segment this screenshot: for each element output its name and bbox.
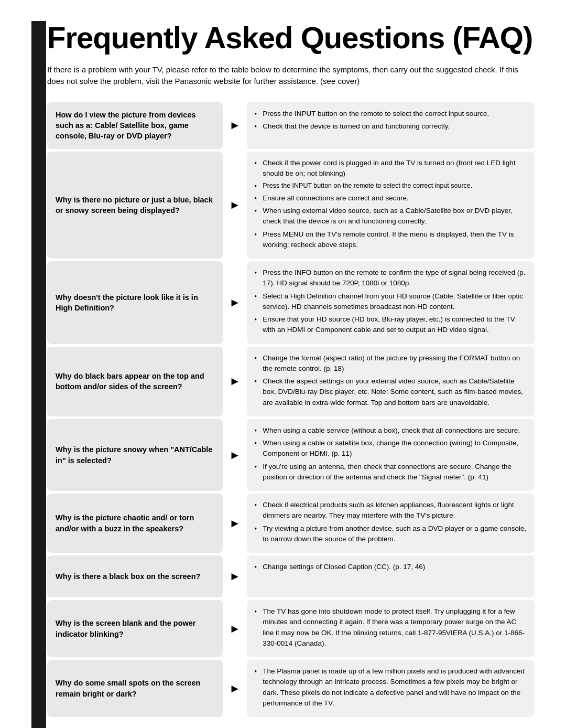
list-item: The TV has gone into shutdown mode to pr… — [254, 606, 527, 649]
faq-row: Why is the picture chaotic and/ or torn … — [47, 494, 535, 553]
list-item: Press the INPUT button on the remote to … — [254, 181, 527, 191]
faq-arrow-icon: ► — [223, 419, 247, 491]
list-item: Change the format (aspect ratio) of the … — [254, 353, 527, 374]
list-item: When using external video source, such a… — [254, 206, 527, 227]
faq-row: How do I view the picture from devices s… — [47, 102, 535, 149]
list-item: Select a High Definition channel from yo… — [254, 291, 527, 313]
list-item: Check if the power cord is plugged in an… — [254, 158, 527, 179]
faq-question: Why is there no picture or just a blue, … — [47, 152, 223, 259]
list-item: Check that the device is turned on and f… — [254, 121, 527, 132]
faq-question: Why do black bars appear on the top and … — [47, 347, 223, 416]
left-bar — [31, 21, 46, 728]
faq-arrow-icon: ► — [223, 102, 247, 149]
faq-answers: Change settings of Closed Caption (CC). … — [247, 555, 535, 597]
faq-arrow-icon: ► — [223, 152, 247, 259]
faq-question: Why is there a black box on the screen? — [47, 555, 223, 597]
faq-container: How do I view the picture from devices s… — [47, 102, 535, 717]
faq-question: Why doesn't the picture look like it is … — [47, 261, 223, 344]
faq-answers: The TV has gone into shutdown mode to pr… — [247, 600, 535, 657]
list-item: Ensure that your HD source (HD box, Blu-… — [254, 314, 527, 336]
list-item: Change settings of Closed Caption (CC). … — [254, 562, 527, 572]
faq-row: Why is the screen blank and the power in… — [47, 600, 535, 657]
list-item: Check the aspect settings on your extern… — [254, 376, 527, 408]
faq-question: Why is the screen blank and the power in… — [47, 600, 223, 657]
faq-arrow-icon: ► — [223, 347, 247, 416]
list-item: When using a cable or satellite box, cha… — [254, 438, 527, 459]
faq-row: Why is there no picture or just a blue, … — [47, 152, 535, 259]
list-item: Press the INFO button on the remote to c… — [254, 267, 527, 289]
page-title: Frequently Asked Questions (FAQ) — [47, 21, 535, 55]
faq-row: Why do black bars appear on the top and … — [47, 347, 535, 416]
faq-question: Why is the picture snowy when "ANT/Cable… — [47, 419, 223, 491]
faq-question: How do I view the picture from devices s… — [47, 102, 223, 149]
faq-row: Why is the picture snowy when "ANT/Cable… — [47, 419, 535, 491]
faq-arrow-icon: ► — [223, 494, 247, 553]
list-item: Press the INPUT button on the remote to … — [254, 109, 527, 119]
faq-question: Why is the picture chaotic and/ or torn … — [47, 494, 223, 553]
faq-answers: Change the format (aspect ratio) of the … — [247, 347, 535, 416]
faq-row: Why doesn't the picture look like it is … — [47, 261, 535, 344]
faq-answers: Press the INPUT button on the remote to … — [247, 102, 535, 149]
intro-paragraph: If there is a problem with your TV, plea… — [47, 64, 535, 88]
list-item: Try viewing a picture from another devic… — [254, 523, 527, 545]
faq-question: Why do some small spots on the screen re… — [47, 660, 223, 717]
faq-arrow-icon: ► — [223, 555, 247, 597]
faq-answers: The Plasma panel is made up of a few mil… — [247, 660, 535, 717]
list-item: Check if electrical products such as kit… — [254, 500, 527, 521]
faq-row: Why do some small spots on the screen re… — [47, 660, 535, 717]
list-item: Press MENU on the TV's remote control. I… — [254, 229, 527, 251]
faq-arrow-icon: ► — [223, 261, 247, 344]
faq-arrow-icon: ► — [223, 600, 247, 657]
faq-answers: Check if electrical products such as kit… — [247, 494, 535, 553]
list-item: If you're using an antenna, then check t… — [254, 462, 527, 483]
list-item: When using a cable service (without a bo… — [254, 425, 527, 436]
faq-answers: When using a cable service (without a bo… — [247, 419, 535, 491]
list-item: The Plasma panel is made up of a few mil… — [254, 666, 527, 709]
faq-row: Why is there a black box on the screen?►… — [47, 555, 535, 597]
list-item: Ensure all connections are correct and s… — [254, 193, 527, 204]
faq-answers: Press the INFO button on the remote to c… — [247, 261, 535, 344]
faq-arrow-icon: ► — [223, 660, 247, 717]
faq-answers: Check if the power cord is plugged in an… — [247, 152, 535, 259]
